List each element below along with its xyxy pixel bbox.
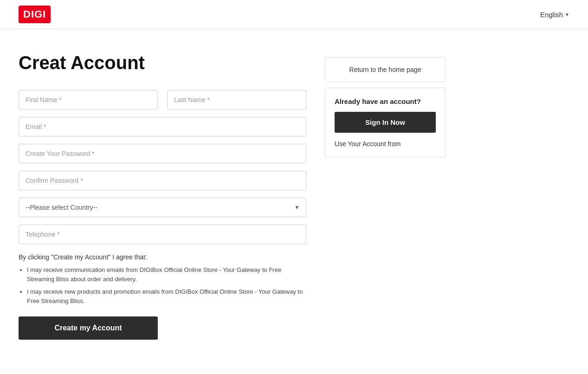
page-title: Creat Account xyxy=(19,52,306,73)
chevron-down-icon: ▼ xyxy=(565,12,569,17)
language-selector[interactable]: English ▼ xyxy=(540,11,569,19)
header: DIGI English ▼ xyxy=(0,0,588,29)
digi-logo: DIGI xyxy=(19,6,51,23)
telephone-field[interactable] xyxy=(19,225,306,244)
form-section: Creat Account --Please select Country-- … xyxy=(19,52,306,340)
language-label: English xyxy=(540,11,563,19)
sidebar-section: Return to the home page Already have an … xyxy=(325,57,446,340)
email-group xyxy=(19,117,306,136)
first-name-field[interactable] xyxy=(19,90,158,110)
use-account-text: Use Your Account from xyxy=(335,140,436,148)
sign-in-button[interactable]: Sign In Now xyxy=(335,112,436,133)
name-row xyxy=(19,90,306,110)
return-home-card: Return to the home page xyxy=(325,57,446,82)
already-account-label: Already have an account? xyxy=(335,97,436,105)
agreement-section: By clicking "Create my Account" I agree … xyxy=(19,253,306,305)
password-field[interactable] xyxy=(19,144,306,163)
telephone-group xyxy=(19,225,306,244)
confirm-password-group xyxy=(19,171,306,190)
agreement-item-1: I may receive communication emails from … xyxy=(27,265,306,284)
main-content: Creat Account --Please select Country-- … xyxy=(0,29,588,358)
password-group xyxy=(19,144,306,163)
last-name-field[interactable] xyxy=(167,90,306,110)
country-wrapper: --Please select Country-- Malaysia Singa… xyxy=(19,198,306,217)
account-card: Already have an account? Sign In Now Use… xyxy=(325,88,446,157)
email-field[interactable] xyxy=(19,117,306,136)
return-home-button[interactable]: Return to the home page xyxy=(325,58,445,82)
agreement-item-2: I may receive new products and promotion… xyxy=(27,287,306,305)
agreement-list: I may receive communication emails from … xyxy=(19,265,306,305)
agreement-title: By clicking "Create my Account" I agree … xyxy=(19,253,306,261)
logo-container: DIGI xyxy=(19,6,51,23)
confirm-password-field[interactable] xyxy=(19,171,306,190)
country-select[interactable]: --Please select Country-- Malaysia Singa… xyxy=(19,198,306,217)
create-account-button[interactable]: Create my Account xyxy=(19,316,158,340)
